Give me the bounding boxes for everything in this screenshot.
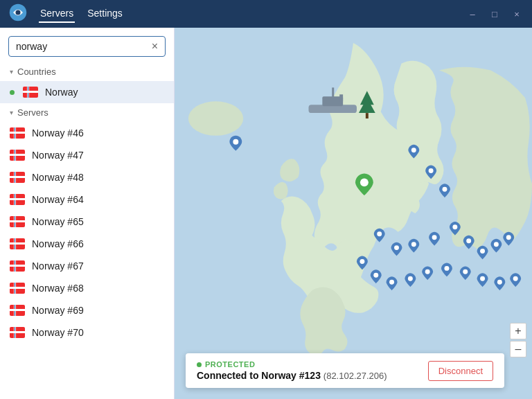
server-item-norway-46[interactable]: Norway #46 <box>0 122 174 144</box>
svg-point-3 <box>188 101 243 136</box>
zoom-out-button[interactable]: – <box>510 341 526 357</box>
server-name-67: Norway #67 <box>32 260 84 272</box>
svg-point-13 <box>411 148 416 152</box>
close-button[interactable]: × <box>510 9 524 19</box>
servers-chevron-icon: ▾ <box>10 109 13 116</box>
server-name-68: Norway #68 <box>32 283 84 294</box>
zoom-controls: + – <box>510 323 526 357</box>
countries-section-header[interactable]: ▾ Countries <box>0 62 174 81</box>
svg-point-24 <box>506 235 511 240</box>
server-item-norway-69[interactable]: Norway #69 <box>0 299 174 321</box>
server-item-norway-65[interactable]: Norway #65 <box>0 211 174 233</box>
svg-point-22 <box>480 249 485 254</box>
search-box[interactable]: × <box>8 36 166 57</box>
disconnect-button[interactable]: Disconnect <box>428 361 493 381</box>
svg-point-34 <box>513 276 518 281</box>
map-area: PROTECTED Connected to Norway #123 (82.1… <box>175 28 532 399</box>
countries-label: Countries <box>17 66 56 77</box>
svg-point-12 <box>360 178 369 186</box>
svg-point-33 <box>497 280 502 285</box>
server-name-48: Norway #48 <box>32 172 84 183</box>
window-controls: – □ × <box>466 9 524 19</box>
server-name-65: Norway #65 <box>32 216 84 227</box>
titlebar: Servers Settings – □ × <box>0 0 532 28</box>
norway-flag-67 <box>10 260 25 272</box>
norway-flag-47 <box>10 150 25 161</box>
svg-rect-6 <box>332 87 334 97</box>
protected-label: PROTECTED <box>197 360 428 369</box>
norway-flag <box>23 87 38 98</box>
server-item-norway-68[interactable]: Norway #68 <box>0 277 174 299</box>
protected-dot <box>197 362 202 367</box>
nav: Servers Settings <box>39 5 454 23</box>
server-name-66: Norway #66 <box>32 238 84 249</box>
server-name-47: Norway #47 <box>32 150 84 161</box>
server-name-70: Norway #70 <box>32 327 84 338</box>
svg-point-16 <box>377 231 382 236</box>
svg-point-18 <box>411 242 416 247</box>
server-name-69: Norway #69 <box>32 305 84 316</box>
svg-point-20 <box>452 224 457 229</box>
nav-servers[interactable]: Servers <box>39 5 75 23</box>
country-name-norway: Norway <box>45 87 78 98</box>
active-dot <box>10 90 15 95</box>
svg-point-11 <box>233 139 238 145</box>
main-content: × ▾ Countries Norway ▾ Servers <box>0 28 532 399</box>
sidebar: × ▾ Countries Norway ▾ Servers <box>0 28 175 399</box>
svg-point-31 <box>463 269 468 274</box>
svg-point-26 <box>373 273 378 278</box>
norway-flag-66 <box>10 238 25 249</box>
svg-point-30 <box>444 266 449 271</box>
svg-point-28 <box>408 276 413 281</box>
ip-address: (82.102.27.206) <box>323 371 387 381</box>
minimize-button[interactable]: – <box>466 9 479 19</box>
countries-chevron-icon: ▾ <box>10 68 13 76</box>
maximize-button[interactable]: □ <box>488 9 502 19</box>
svg-point-29 <box>425 269 430 274</box>
server-item-norway-66[interactable]: Norway #66 <box>0 233 174 255</box>
svg-point-23 <box>494 242 499 247</box>
server-item-norway-70[interactable]: Norway #70 <box>0 321 174 344</box>
norway-flag-46 <box>10 127 25 139</box>
norway-flag-65 <box>10 216 25 227</box>
app-logo <box>8 3 28 25</box>
search-clear-icon[interactable]: × <box>152 41 158 52</box>
server-item-norway-47[interactable]: Norway #47 <box>0 144 174 166</box>
search-input[interactable] <box>16 41 152 52</box>
map-svg <box>175 28 532 399</box>
servers-section-header[interactable]: ▾ Servers <box>0 103 174 122</box>
svg-rect-10 <box>366 113 369 118</box>
norway-flag-48 <box>10 172 25 183</box>
svg-point-27 <box>389 280 394 285</box>
status-info: PROTECTED Connected to Norway #123 (82.1… <box>197 360 428 381</box>
norway-flag-70 <box>10 327 25 338</box>
nav-settings[interactable]: Settings <box>86 5 124 23</box>
zoom-in-button[interactable]: + <box>510 323 526 339</box>
svg-point-21 <box>466 238 471 243</box>
connected-text: Connected to Norway #123 (82.102.27.206) <box>197 370 428 381</box>
server-item-norway-48[interactable]: Norway #48 <box>0 166 174 188</box>
servers-label: Servers <box>17 107 48 118</box>
svg-point-32 <box>480 276 485 281</box>
svg-point-25 <box>360 259 364 264</box>
norway-flag-64 <box>10 194 25 205</box>
norway-flag-69 <box>10 305 25 316</box>
svg-point-19 <box>432 235 437 240</box>
status-bar: PROTECTED Connected to Norway #123 (82.1… <box>186 353 504 388</box>
server-item-norway-64[interactable]: Norway #64 <box>0 188 174 211</box>
svg-point-15 <box>443 187 447 192</box>
server-name-46: Norway #46 <box>32 127 84 139</box>
country-item-norway[interactable]: Norway <box>0 81 174 103</box>
svg-point-14 <box>429 168 434 173</box>
server-item-norway-67[interactable]: Norway #67 <box>0 255 174 277</box>
svg-point-1 <box>16 10 21 15</box>
server-name-64: Norway #64 <box>32 194 84 205</box>
norway-flag-68 <box>10 283 25 294</box>
svg-point-17 <box>394 245 399 250</box>
sidebar-list: ▾ Countries Norway ▾ Servers <box>0 62 174 399</box>
svg-rect-7 <box>339 94 343 101</box>
